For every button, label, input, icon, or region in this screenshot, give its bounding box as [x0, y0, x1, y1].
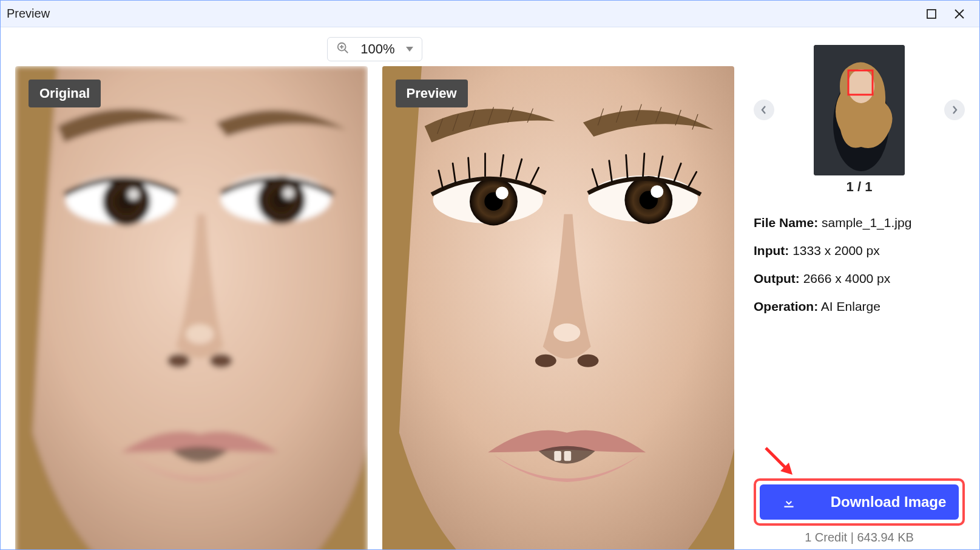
- filename-value: sample_1_1.jpg: [822, 216, 911, 229]
- chevron-left-icon: [760, 106, 768, 114]
- main-panel: 100%: [1, 27, 749, 549]
- svg-point-13: [283, 188, 294, 199]
- side-panel: 1 / 1 File Name: sample_1_1.jpg Input: 1…: [749, 27, 979, 549]
- svg-point-52: [535, 355, 556, 367]
- original-image: Original: [15, 66, 368, 549]
- zoom-in-icon: [336, 41, 350, 57]
- output-label: Output:: [754, 271, 800, 285]
- operation-label: Operation:: [754, 299, 818, 313]
- svg-point-37: [651, 185, 663, 198]
- prev-image-button[interactable]: [754, 100, 774, 120]
- svg-point-59: [848, 69, 874, 103]
- svg-rect-56: [564, 451, 571, 461]
- svg-line-4: [345, 50, 348, 53]
- next-image-button[interactable]: [944, 100, 965, 120]
- close-icon: [954, 8, 965, 19]
- download-highlight-box: Download Image: [754, 478, 965, 526]
- download-icon: [781, 494, 797, 510]
- metadata-block: File Name: sample_1_1.jpg Input: 1333 x …: [754, 216, 965, 327]
- output-value: 2666 x 4000 px: [803, 271, 891, 285]
- svg-point-14: [167, 354, 190, 368]
- input-value: 1333 x 2000 px: [792, 243, 880, 257]
- svg-rect-0: [927, 10, 936, 18]
- close-button[interactable]: [945, 1, 973, 27]
- download-button[interactable]: Download Image: [760, 484, 959, 520]
- annotation-arrow-icon: [762, 444, 799, 481]
- maximize-icon: [926, 8, 937, 19]
- preview-label: Preview: [396, 80, 468, 107]
- svg-line-61: [766, 448, 789, 471]
- svg-point-15: [209, 354, 232, 368]
- svg-marker-62: [780, 463, 792, 475]
- maximize-button[interactable]: [917, 1, 945, 27]
- svg-point-16: [186, 324, 214, 344]
- thumbnail-carousel: [754, 37, 965, 183]
- svg-rect-55: [554, 451, 561, 461]
- window-title: Preview: [7, 7, 50, 21]
- credit-text: 1 Credit | 643.94 KB: [754, 531, 965, 545]
- preview-window: Preview 100%: [0, 0, 980, 550]
- svg-point-36: [495, 187, 508, 200]
- titlebar: Preview: [1, 1, 979, 27]
- svg-point-53: [577, 355, 598, 367]
- zoom-value: 100%: [360, 41, 394, 57]
- download-label: Download Image: [831, 494, 947, 511]
- operation-value: AI Enlarge: [821, 299, 880, 313]
- filename-label: File Name:: [754, 216, 818, 229]
- svg-point-12: [128, 189, 140, 200]
- svg-point-10: [103, 177, 150, 225]
- thumbnail-image[interactable]: [814, 45, 905, 175]
- svg-point-54: [553, 324, 580, 342]
- input-label: Input:: [754, 243, 789, 257]
- original-label: Original: [29, 80, 101, 107]
- chevron-down-icon: [406, 47, 413, 52]
- chevron-right-icon: [950, 106, 959, 114]
- preview-image: Preview: [382, 66, 735, 549]
- zoom-control[interactable]: 100%: [327, 37, 422, 61]
